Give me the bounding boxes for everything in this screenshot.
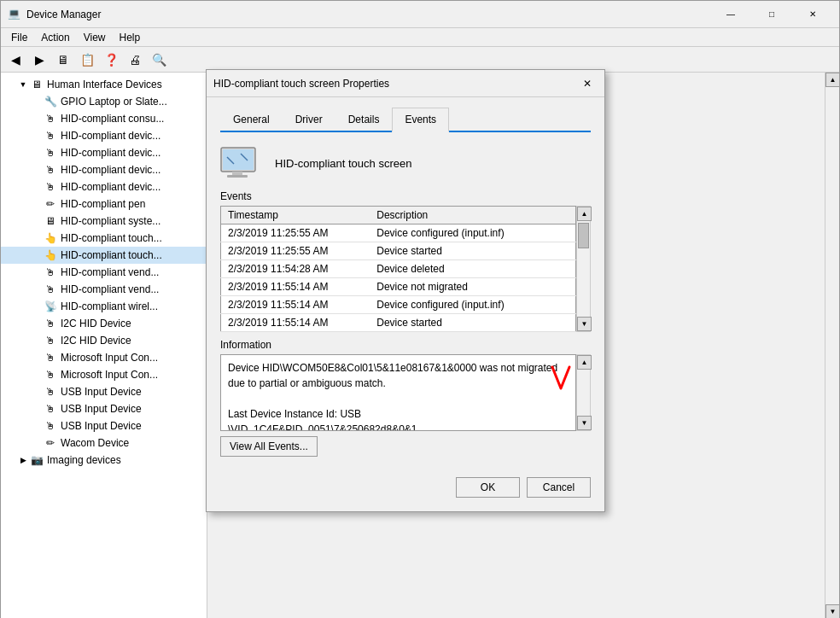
cell-description: Device configured (input.inf) [370,296,575,314]
events-label: Events [220,190,591,202]
cell-description: Device started [370,242,575,260]
usb1-icon: 🖱 [44,385,57,399]
tree-item-usb3[interactable]: 🖱 USB Input Device [1,417,207,434]
tab-events[interactable]: Events [392,108,449,132]
tree-item-hid-dev4[interactable]: 🖱 HID-compliant devic... [1,178,207,195]
tree-item-hid-pen[interactable]: ✏ HID-compliant pen [1,195,207,213]
tree-item-hid-consumer[interactable]: 🖱 HID-compliant consu... [1,110,207,127]
tree-item-hid-dev3[interactable]: 🖱 HID-compliant devic... [1,161,207,178]
scroll-down-btn[interactable]: ▼ [825,604,840,618]
toolbar-device-mgr[interactable]: 🖥 [52,50,74,70]
table-row[interactable]: 2/3/2019 11:55:14 AMDevice configured (i… [221,296,576,314]
hid-touch1-icon: 👆 [44,231,57,245]
toolbar-back[interactable]: ◀ [4,50,26,70]
tree-item-ms-input2[interactable]: 🖱 Microsoft Input Con... [1,366,207,383]
tree-item-hid-wirel[interactable]: 📡 HID-compliant wirel... [1,298,207,315]
cancel-button[interactable]: Cancel [527,477,591,498]
tab-general[interactable]: General [220,108,283,132]
device-tree[interactable]: ▼ 🖥 Human Interface Devices 🔧 GPIO Lapto… [1,73,207,618]
tree-item-hid-vend1[interactable]: 🖱 HID-compliant vend... [1,264,207,281]
cell-timestamp: 2/3/2019 11:25:55 AM [221,242,370,260]
table-row[interactable]: 2/3/2019 11:25:55 AMDevice configured (i… [221,224,576,242]
hid-consumer-icon: 🖱 [44,112,57,125]
main-window: 💻 Device Manager — □ ✕ File Action View … [0,0,840,618]
gpio-icon: 🔧 [44,95,57,108]
tree-item-imaging[interactable]: ▶ 📷 Imaging devices [1,452,207,469]
col-timestamp: Timestamp [221,207,370,224]
toolbar-search[interactable]: 🔍 [148,50,170,70]
scroll-up-btn[interactable]: ▲ [825,73,840,87]
info-scrollbar[interactable]: ▲ ▼ [576,354,591,431]
maximize-button[interactable]: □ [752,1,791,28]
table-scroll-thumb[interactable] [578,223,589,248]
info-scroll-up[interactable]: ▲ [577,355,592,370]
cell-timestamp: 2/3/2019 11:54:28 AM [221,260,370,278]
tree-label-ms-input2: Microsoft Input Con... [61,369,158,381]
hid-sys-icon: 🖥 [44,214,57,228]
expand-gpio [32,96,42,107]
tree-item-usb1[interactable]: 🖱 USB Input Device [1,383,207,400]
events-container: Timestamp Description 2/3/2019 11:25:55 … [220,206,591,332]
tree-item-hid-dev2[interactable]: 🖱 HID-compliant devic... [1,144,207,161]
view-all-events-button[interactable]: View All Events... [220,436,318,457]
tree-item-wacom[interactable]: ✏ Wacom Device [1,434,207,452]
menu-view[interactable]: View [77,30,113,45]
tree-item-hid-vend2[interactable]: 🖱 HID-compliant vend... [1,281,207,298]
tree-item-i2c1[interactable]: 🖱 I2C HID Device [1,315,207,332]
tab-driver[interactable]: Driver [283,108,335,132]
usb3-icon: 🖱 [44,419,57,433]
menu-file[interactable]: File [4,30,34,45]
info-box-container: Device HID\WCOM50E8&Col01\5&11e08167&1&0… [220,354,591,431]
tree-item-hid-dev1[interactable]: 🖱 HID-compliant devic... [1,127,207,144]
tree-item-i2c2[interactable]: 🖱 I2C HID Device [1,332,207,349]
tree-label-hid-dev1: HID-compliant devic... [61,130,160,142]
ok-button[interactable]: OK [456,477,520,498]
minimize-button[interactable]: — [711,1,750,28]
device-icon [220,143,261,184]
toolbar-forward[interactable]: ▶ [28,50,50,70]
tree-label-hid-dev3: HID-compliant devic... [61,164,160,176]
tree-label-imaging: Imaging devices [47,454,121,466]
svg-rect-3 [227,175,248,178]
right-scrollbar[interactable]: ▲ ▼ [825,73,839,618]
table-scrollbar[interactable]: ▲ ▼ [576,206,591,332]
tree-label-usb2: USB Input Device [61,403,142,415]
table-row[interactable]: 2/3/2019 11:54:28 AMDevice deleted [221,260,576,278]
ms-input2-icon: 🖱 [44,368,57,382]
menu-bar: File Action View Help [1,28,839,47]
usb2-icon: 🖱 [44,402,57,416]
table-row[interactable]: 2/3/2019 11:25:55 AMDevice started [221,242,576,260]
tree-item-gpio[interactable]: 🔧 GPIO Laptop or Slate... [1,93,207,110]
title-bar: 💻 Device Manager — □ ✕ [1,1,839,28]
cell-description: Device configured (input.inf) [370,224,575,242]
table-row[interactable]: 2/3/2019 11:55:14 AMDevice not migrated [221,278,576,296]
cell-description: Device deleted [370,260,575,278]
table-row[interactable]: 2/3/2019 11:55:14 AMDevice started [221,314,576,332]
svg-rect-2 [232,172,242,175]
menu-help[interactable]: Help [113,30,148,45]
tree-item-ms-input1[interactable]: 🖱 Microsoft Input Con... [1,349,207,366]
toolbar-properties[interactable]: 📋 [76,50,98,70]
toolbar-print[interactable]: 🖨 [124,50,146,70]
toolbar-help[interactable]: ❓ [100,50,122,70]
tree-label-usb3: USB Input Device [61,420,142,432]
menu-action[interactable]: Action [34,30,76,45]
tree-item-hid[interactable]: ▼ 🖥 Human Interface Devices [1,76,207,93]
i2c1-icon: 🖱 [44,317,57,330]
table-scroll-down[interactable]: ▼ [577,317,592,331]
info-box: Device HID\WCOM50E8&Col01\5&11e08167&1&0… [220,354,576,431]
tree-item-usb2[interactable]: 🖱 USB Input Device [1,400,207,417]
dialog-close-button[interactable]: ✕ [577,74,598,93]
close-button[interactable]: ✕ [793,1,832,28]
tree-item-hid-sys[interactable]: 🖥 HID-compliant syste... [1,213,207,230]
table-scroll-up[interactable]: ▲ [577,207,592,221]
info-scroll-down[interactable]: ▼ [577,416,592,430]
tree-label-ms-input1: Microsoft Input Con... [61,352,158,364]
tree-label-hid-vend2: HID-compliant vend... [61,283,159,295]
tree-label-usb1: USB Input Device [61,386,142,398]
table-scroll-track [577,221,590,317]
tab-details[interactable]: Details [335,108,393,132]
tree-item-hid-touch1[interactable]: 👆 HID-compliant touch... [1,230,207,247]
tree-item-hid-touch2[interactable]: 👆 HID-compliant touch... [1,247,207,264]
cell-timestamp: 2/3/2019 11:25:55 AM [221,224,370,242]
